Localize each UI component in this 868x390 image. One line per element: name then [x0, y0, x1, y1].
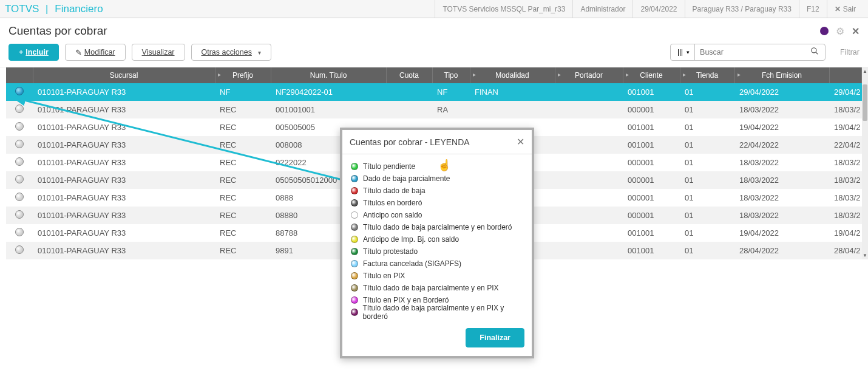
brand: TOTVS | Financiero	[5, 3, 103, 15]
vertical-scrollbar[interactable]: ▲ ▼	[862, 67, 868, 259]
current-date: 29/04/2022	[632, 0, 684, 18]
col-portador[interactable]: ▸Portador	[555, 67, 623, 83]
svg-line-1	[816, 52, 818, 55]
search-button[interactable]	[804, 47, 825, 58]
status-ball-icon	[15, 228, 24, 236]
legend-header[interactable]: Cuentas por cobrar - LEYENDA ✕	[342, 130, 532, 154]
status-cell	[6, 207, 33, 224]
cell-fchemision: 18/03/2022	[734, 207, 829, 224]
filter-link[interactable]: Filtrar	[840, 48, 860, 56]
cell-portador	[555, 242, 623, 259]
col-fchemision[interactable]: ▸Fch Emision	[734, 67, 829, 83]
sort-caret-icon: ▸	[683, 71, 686, 78]
cell-portador	[555, 207, 623, 224]
header-actions: ⚙ ✕	[820, 26, 860, 37]
cell-prefijo: REC	[215, 136, 271, 154]
legend-color-icon	[351, 309, 358, 316]
col-modalidad[interactable]: ▸Modalidad	[470, 67, 555, 83]
col-numtitulo[interactable]: Num. Titulo	[271, 67, 386, 83]
scroll-thumb[interactable]	[863, 84, 867, 121]
status-ball-icon	[15, 140, 24, 148]
cell-sucursal: 010101-PARAGUAY R33	[33, 207, 215, 224]
status-cell	[6, 154, 33, 171]
columns-icon: ⫼	[676, 47, 685, 58]
cell-extra: 18/03/2	[829, 207, 862, 224]
cell-portador	[555, 101, 623, 118]
f12-button[interactable]: F12	[799, 0, 827, 18]
other-actions-button[interactable]: Otras acciones	[191, 44, 271, 61]
cell-prefijo: REC	[215, 207, 271, 224]
legend-item: Título protestado	[351, 245, 523, 258]
legend-title: Cuentas por cobrar - LEYENDA	[350, 137, 470, 147]
legend-label: Título en PIX	[363, 272, 405, 280]
legend-label: Factura cancelada (SIGAPFS)	[363, 259, 461, 268]
legend-label: Título dado de baja parcialmente y en PI…	[363, 284, 498, 292]
scroll-up-arrow-icon[interactable]: ▲	[862, 69, 868, 74]
notification-dot-icon[interactable]	[820, 27, 829, 35]
environment-info: Paraguay R33 / Paraguay R33	[685, 0, 799, 18]
close-panel-icon[interactable]: ✕	[852, 26, 860, 37]
cell-prefijo: NF	[215, 83, 271, 101]
status-ball-icon	[15, 193, 24, 201]
col-cuota[interactable]: Cuota	[386, 67, 432, 83]
cell-prefijo: REC	[215, 189, 271, 207]
legend-body: Título pendienteDado de baja parcialment…	[342, 154, 532, 322]
cell-tienda: 01	[680, 189, 734, 207]
cell-extra: 19/04/2	[829, 224, 862, 242]
search-input[interactable]	[695, 44, 804, 60]
cell-cliente: 000001	[623, 101, 680, 118]
cell-sucursal: 010101-PARAGUAY R33	[33, 136, 215, 154]
col-extra[interactable]	[829, 67, 862, 83]
status-cell	[6, 101, 33, 118]
col-prefijo[interactable]: ▸Prefijo	[215, 67, 271, 83]
cell-tienda: 01	[680, 154, 734, 171]
status-cell	[6, 136, 33, 154]
legend-color-icon	[351, 187, 358, 194]
cell-sucursal: 010101-PARAGUAY R33	[33, 101, 215, 118]
svg-point-0	[812, 48, 816, 53]
cell-tipo: RA	[432, 101, 470, 118]
cell-prefijo: REC	[215, 154, 271, 171]
legend-label: Título dado de baja parcialmente y en PI…	[363, 304, 523, 321]
col-status[interactable]	[6, 67, 33, 83]
legend-footer: Finalizar	[342, 322, 532, 356]
table-row[interactable]: 010101-PARAGUAY R33REC001001001RA0000010…	[6, 101, 862, 118]
column-view-toggle[interactable]: ⫼ ▾	[671, 44, 695, 60]
col-sucursal[interactable]: Sucursal	[33, 67, 215, 83]
scroll-down-arrow-icon[interactable]: ▼	[862, 253, 868, 258]
view-label: Visualizar	[142, 48, 175, 56]
status-ball-icon	[15, 87, 24, 95]
exit-button[interactable]: ✕ Sair	[827, 0, 863, 18]
status-cell	[6, 224, 33, 242]
gear-icon[interactable]: ⚙	[836, 26, 844, 37]
cell-portador	[555, 136, 623, 154]
legend-color-icon	[351, 175, 358, 182]
include-button[interactable]: + Incluir	[8, 44, 59, 61]
col-tipo[interactable]: Tipo	[432, 67, 470, 83]
plus-icon: +	[19, 48, 23, 56]
legend-label: Título en PIX y en Borderó	[363, 296, 449, 304]
cell-cliente: 000001	[623, 207, 680, 224]
legend-item: Anticipo de Imp. Bj. con saldo	[351, 233, 523, 245]
table-row[interactable]: 010101-PARAGUAY R33NFNF29042022-01NFFINA…	[6, 83, 862, 101]
cell-tienda: 01	[680, 136, 734, 154]
col-cliente[interactable]: ▸Cliente	[623, 67, 680, 83]
modify-button[interactable]: ✎ Modificar	[65, 44, 126, 61]
finalize-button[interactable]: Finalizar	[466, 328, 524, 347]
cell-tienda: 01	[680, 171, 734, 189]
cell-prefijo: REC	[215, 118, 271, 136]
cell-prefijo: REC	[215, 171, 271, 189]
cell-extra: 18/03/2	[829, 154, 862, 171]
view-button[interactable]: Visualizar	[132, 44, 185, 61]
cell-portador	[555, 171, 623, 189]
legend-close-button[interactable]: ✕	[517, 136, 524, 148]
cell-portador	[555, 83, 623, 101]
cell-prefijo: REC	[215, 224, 271, 242]
cell-cliente: 001001	[623, 83, 680, 101]
status-ball-icon	[15, 245, 24, 254]
status-ball-icon	[15, 157, 24, 166]
search-icon	[810, 47, 819, 55]
cell-fchemision: 22/04/2022	[734, 136, 829, 154]
col-tienda[interactable]: ▸Tienda	[680, 67, 734, 83]
legend-dialog: Cuentas por cobrar - LEYENDA ✕ Título pe…	[340, 128, 534, 358]
